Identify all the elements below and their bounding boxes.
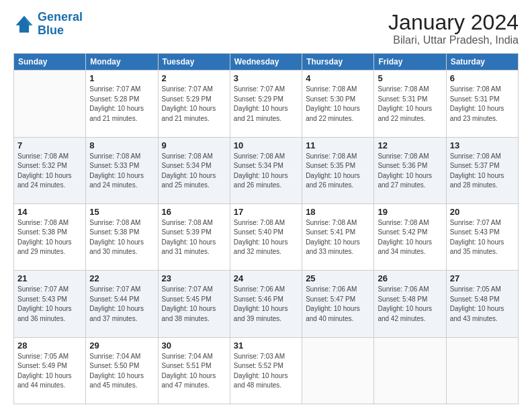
day-number: 17 <box>234 207 298 217</box>
day-info: Sunrise: 7:06 AM Sunset: 5:46 PM Dayligh… <box>234 285 298 324</box>
day-number: 21 <box>17 273 82 283</box>
logo-text: General Blue <box>38 11 83 38</box>
day-info: Sunrise: 7:07 AM Sunset: 5:43 PM Dayligh… <box>17 285 82 324</box>
day-number: 4 <box>306 73 370 83</box>
day-info: Sunrise: 7:08 AM Sunset: 5:34 PM Dayligh… <box>162 152 226 191</box>
calendar-cell: 25Sunrise: 7:06 AM Sunset: 5:47 PM Dayli… <box>302 271 374 337</box>
calendar-cell: 18Sunrise: 7:08 AM Sunset: 5:41 PM Dayli… <box>302 203 374 270</box>
day-number: 16 <box>162 207 226 217</box>
calendar-cell: 10Sunrise: 7:08 AM Sunset: 5:34 PM Dayli… <box>230 137 302 203</box>
day-number: 22 <box>89 273 154 283</box>
calendar-cell: 28Sunrise: 7:05 AM Sunset: 5:49 PM Dayli… <box>14 337 86 404</box>
calendar-week-row: 1Sunrise: 7:07 AM Sunset: 5:28 PM Daylig… <box>14 71 519 137</box>
calendar-cell: 13Sunrise: 7:08 AM Sunset: 5:37 PM Dayli… <box>446 137 518 203</box>
day-number: 24 <box>234 273 298 283</box>
day-number: 14 <box>17 207 82 217</box>
day-number: 9 <box>162 140 226 150</box>
day-info: Sunrise: 7:07 AM Sunset: 5:29 PM Dayligh… <box>234 85 298 124</box>
calendar-cell <box>446 337 518 404</box>
calendar-cell: 2Sunrise: 7:07 AM Sunset: 5:29 PM Daylig… <box>158 71 230 137</box>
day-info: Sunrise: 7:07 AM Sunset: 5:43 PM Dayligh… <box>450 218 515 257</box>
calendar-cell: 29Sunrise: 7:04 AM Sunset: 5:50 PM Dayli… <box>86 337 158 404</box>
calendar-cell: 15Sunrise: 7:08 AM Sunset: 5:38 PM Dayli… <box>86 203 158 270</box>
day-info: Sunrise: 7:07 AM Sunset: 5:45 PM Dayligh… <box>162 285 226 324</box>
day-number: 3 <box>234 73 298 83</box>
calendar-week-row: 21Sunrise: 7:07 AM Sunset: 5:43 PM Dayli… <box>14 271 519 337</box>
day-number: 1 <box>89 73 154 83</box>
day-number: 13 <box>450 140 515 150</box>
day-number: 26 <box>378 273 442 283</box>
header-day-monday: Monday <box>86 54 158 71</box>
day-info: Sunrise: 7:08 AM Sunset: 5:34 PM Dayligh… <box>234 152 298 191</box>
day-info: Sunrise: 7:08 AM Sunset: 5:33 PM Dayligh… <box>89 152 154 191</box>
calendar-cell: 3Sunrise: 7:07 AM Sunset: 5:29 PM Daylig… <box>230 71 302 137</box>
calendar-cell: 4Sunrise: 7:08 AM Sunset: 5:30 PM Daylig… <box>302 71 374 137</box>
day-number: 28 <box>17 340 82 351</box>
day-info: Sunrise: 7:08 AM Sunset: 5:32 PM Dayligh… <box>17 152 82 191</box>
day-info: Sunrise: 7:08 AM Sunset: 5:40 PM Dayligh… <box>234 218 298 257</box>
calendar-cell: 12Sunrise: 7:08 AM Sunset: 5:36 PM Dayli… <box>374 137 446 203</box>
day-info: Sunrise: 7:08 AM Sunset: 5:38 PM Dayligh… <box>89 218 154 257</box>
calendar-cell: 9Sunrise: 7:08 AM Sunset: 5:34 PM Daylig… <box>158 137 230 203</box>
calendar-week-row: 14Sunrise: 7:08 AM Sunset: 5:38 PM Dayli… <box>14 203 519 270</box>
day-info: Sunrise: 7:04 AM Sunset: 5:51 PM Dayligh… <box>162 352 226 391</box>
day-number: 10 <box>234 140 298 150</box>
day-number: 6 <box>450 73 515 83</box>
day-info: Sunrise: 7:05 AM Sunset: 5:48 PM Dayligh… <box>450 285 515 324</box>
day-info: Sunrise: 7:07 AM Sunset: 5:29 PM Dayligh… <box>162 85 226 124</box>
day-info: Sunrise: 7:03 AM Sunset: 5:52 PM Dayligh… <box>234 352 298 391</box>
header-day-friday: Friday <box>374 54 446 71</box>
day-number: 29 <box>89 340 154 351</box>
calendar-cell: 21Sunrise: 7:07 AM Sunset: 5:43 PM Dayli… <box>14 271 86 337</box>
calendar-cell: 11Sunrise: 7:08 AM Sunset: 5:35 PM Dayli… <box>302 137 374 203</box>
logo: General Blue <box>13 11 83 38</box>
logo-line2: Blue <box>38 24 64 37</box>
calendar-cell: 31Sunrise: 7:03 AM Sunset: 5:52 PM Dayli… <box>230 337 302 404</box>
day-number: 8 <box>89 140 154 150</box>
calendar-cell: 22Sunrise: 7:07 AM Sunset: 5:44 PM Dayli… <box>86 271 158 337</box>
calendar-cell: 17Sunrise: 7:08 AM Sunset: 5:40 PM Dayli… <box>230 203 302 270</box>
calendar-header-row: SundayMondayTuesdayWednesdayThursdayFrid… <box>14 54 519 71</box>
calendar-cell: 6Sunrise: 7:08 AM Sunset: 5:31 PM Daylig… <box>446 71 518 137</box>
day-number: 25 <box>306 273 370 283</box>
day-info: Sunrise: 7:08 AM Sunset: 5:31 PM Dayligh… <box>378 85 442 124</box>
calendar-title: January 2024 <box>388 11 519 34</box>
header-day-saturday: Saturday <box>446 54 518 71</box>
calendar-week-row: 28Sunrise: 7:05 AM Sunset: 5:49 PM Dayli… <box>14 337 519 404</box>
day-number: 30 <box>162 340 226 351</box>
day-info: Sunrise: 7:05 AM Sunset: 5:49 PM Dayligh… <box>17 352 82 391</box>
day-number: 19 <box>378 207 442 217</box>
day-info: Sunrise: 7:08 AM Sunset: 5:35 PM Dayligh… <box>306 152 370 191</box>
day-number: 27 <box>450 273 515 283</box>
calendar-cell: 1Sunrise: 7:07 AM Sunset: 5:28 PM Daylig… <box>86 71 158 137</box>
calendar-cell: 7Sunrise: 7:08 AM Sunset: 5:32 PM Daylig… <box>14 137 86 203</box>
day-number: 11 <box>306 140 370 150</box>
day-info: Sunrise: 7:08 AM Sunset: 5:41 PM Dayligh… <box>306 218 370 257</box>
header-day-thursday: Thursday <box>302 54 374 71</box>
calendar-cell <box>302 337 374 404</box>
day-number: 15 <box>89 207 154 217</box>
calendar-table: SundayMondayTuesdayWednesdayThursdayFrid… <box>13 53 519 404</box>
day-number: 18 <box>306 207 370 217</box>
day-info: Sunrise: 7:08 AM Sunset: 5:42 PM Dayligh… <box>378 218 442 257</box>
day-info: Sunrise: 7:06 AM Sunset: 5:48 PM Dayligh… <box>378 285 442 324</box>
header-day-tuesday: Tuesday <box>158 54 230 71</box>
header-day-sunday: Sunday <box>14 54 86 71</box>
day-number: 20 <box>450 207 515 217</box>
header: General Blue January 2024 Bilari, Uttar … <box>13 11 519 46</box>
calendar-cell: 27Sunrise: 7:05 AM Sunset: 5:48 PM Dayli… <box>446 271 518 337</box>
calendar-cell: 20Sunrise: 7:07 AM Sunset: 5:43 PM Dayli… <box>446 203 518 270</box>
calendar-cell: 30Sunrise: 7:04 AM Sunset: 5:51 PM Dayli… <box>158 337 230 404</box>
title-block: January 2024 Bilari, Uttar Pradesh, Indi… <box>388 11 519 46</box>
calendar-cell: 5Sunrise: 7:08 AM Sunset: 5:31 PM Daylig… <box>374 71 446 137</box>
calendar-cell <box>14 71 86 137</box>
calendar-cell <box>374 337 446 404</box>
day-info: Sunrise: 7:08 AM Sunset: 5:30 PM Dayligh… <box>306 85 370 124</box>
calendar-cell: 14Sunrise: 7:08 AM Sunset: 5:38 PM Dayli… <box>14 203 86 270</box>
page: General Blue January 2024 Bilari, Uttar … <box>0 0 532 411</box>
calendar-cell: 8Sunrise: 7:08 AM Sunset: 5:33 PM Daylig… <box>86 137 158 203</box>
calendar-subtitle: Bilari, Uttar Pradesh, India <box>388 34 519 46</box>
day-info: Sunrise: 7:08 AM Sunset: 5:38 PM Dayligh… <box>17 218 82 257</box>
day-number: 23 <box>162 273 226 283</box>
day-info: Sunrise: 7:08 AM Sunset: 5:37 PM Dayligh… <box>450 152 515 191</box>
